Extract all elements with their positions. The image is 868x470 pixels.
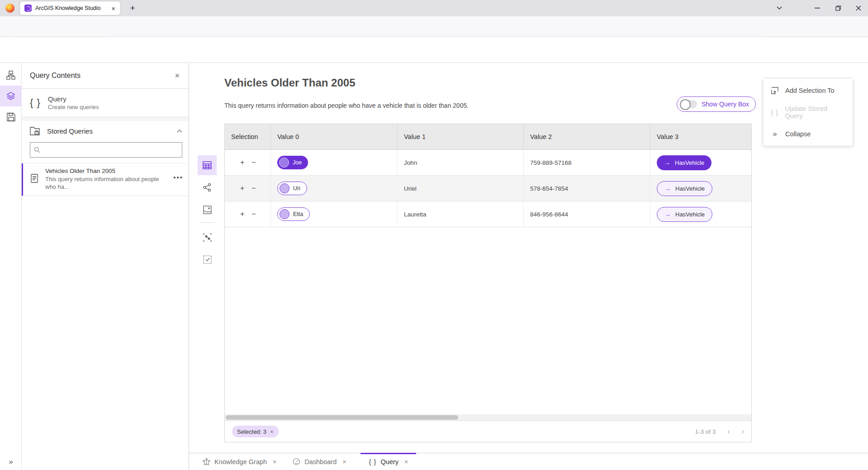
table-row[interactable]: + − Uri Uriel 578-654-7854 →HasVehicle [225, 176, 751, 201]
next-page-icon[interactable]: › [742, 427, 744, 436]
new-tab-button[interactable]: + [127, 2, 138, 14]
browser-tabstrip: ArcGIS Knowledge Studio × + [0, 0, 868, 16]
search-input[interactable] [44, 147, 178, 153]
query-create-item[interactable]: { } Query Create new queries [22, 89, 189, 117]
entity-chip[interactable]: Joe [277, 156, 308, 169]
entity-chip[interactable]: Etta [277, 207, 310, 221]
browser-tab-title: ArcGIS Knowledge Studio [35, 5, 110, 11]
pagination: 1-3 of 3 ‹ › [695, 427, 744, 436]
stored-queries-header[interactable]: Stored Queries [22, 120, 189, 141]
context-menu: Add Selection To { } Update Stored Query… [764, 79, 853, 146]
cell-value2[interactable]: 846-956-8644 [524, 201, 650, 227]
selection-tools-button[interactable] [198, 249, 217, 269]
remove-from-selection-button[interactable]: − [251, 159, 256, 166]
menu-item-update-stored-query[interactable]: { } Update Stored Query [764, 101, 853, 123]
stored-query-search[interactable] [30, 142, 182, 158]
workspace: » Query Contents × { } Query Create new … [0, 63, 868, 470]
table-row[interactable]: + − Etta Lauretta 846-956-8644 →HasVehic… [225, 201, 751, 227]
expand-rail-icon[interactable]: » [0, 457, 22, 466]
column-header[interactable]: Value 2 [524, 124, 650, 149]
show-query-box-toggle[interactable]: Show Query Box [677, 96, 756, 112]
cell-value2[interactable]: 578-654-7854 [524, 176, 650, 201]
tab-dashboard[interactable]: Dashboard × [285, 453, 354, 470]
relationship-chip[interactable]: →HasVehicle [657, 181, 712, 196]
table-empty-area [225, 227, 751, 414]
toolbar-divider [199, 222, 215, 223]
relationship-chip[interactable]: →HasVehicle [657, 207, 712, 222]
stored-query-description: This query returns information about peo… [45, 176, 159, 191]
selected-count-chip[interactable]: Selected: 3× [232, 426, 279, 437]
data-model-rail-button[interactable] [0, 65, 22, 86]
window-close-button[interactable] [849, 0, 868, 16]
menu-item-add-selection-to[interactable]: Add Selection To [764, 80, 853, 101]
section-gap [22, 117, 189, 120]
tab-close-icon[interactable]: × [110, 5, 117, 12]
stored-query-item[interactable]: Vehicles Older Than 2005 This query retu… [22, 163, 189, 196]
query-item-subtitle: Create new queries [48, 104, 99, 110]
entity-chip[interactable]: Uri [277, 182, 307, 195]
panel-title: Query Contents [30, 72, 172, 80]
tab-close-icon[interactable]: × [404, 458, 408, 465]
layers-rail-button[interactable] [0, 86, 22, 106]
page-title: Vehicles Older Than 2005 [224, 77, 355, 89]
page-range: 1-3 of 3 [695, 428, 716, 435]
page-description: This query returns information about peo… [224, 102, 469, 109]
prev-page-icon[interactable]: ‹ [727, 427, 730, 436]
entity-dot-icon [280, 209, 289, 219]
panel-close-icon[interactable]: × [172, 70, 182, 82]
query-results-table: Selection Value 0 Value 1 Value 2 Value … [224, 124, 752, 442]
browser-tab[interactable]: ArcGIS Knowledge Studio × [20, 1, 120, 15]
tab-close-icon[interactable]: × [342, 458, 346, 465]
knowledge-graph-icon [203, 458, 210, 465]
add-to-selection-button[interactable]: + [240, 159, 244, 166]
stored-query-title: Vehicles Older Than 2005 [45, 168, 159, 174]
view-tab-bar: Knowledge Graph × Dashboard × { } Query … [189, 453, 868, 470]
entity-dot-icon [279, 158, 289, 168]
clear-selection-icon[interactable]: × [270, 428, 274, 435]
column-header[interactable]: Selection [225, 124, 271, 149]
list-tabs-icon[interactable] [770, 0, 789, 16]
arrow-right-icon: → [664, 211, 671, 218]
table-row[interactable]: + − Joe John 759-889-57168 →HasVehicle [225, 150, 751, 176]
toggle-switch[interactable] [681, 100, 697, 108]
item-options-icon[interactable]: ••• [173, 173, 183, 181]
tab-query[interactable]: { } Query × [360, 453, 416, 470]
browser-navbar: ← → ↻ https://dev0028833.esri.com/portal… [0, 16, 868, 37]
dashboard-gauge-icon [293, 458, 300, 465]
column-header[interactable]: Value 3 [650, 124, 751, 149]
tab-knowledge-graph[interactable]: Knowledge Graph × [194, 453, 285, 470]
chevron-up-icon[interactable] [177, 129, 182, 133]
remove-from-selection-button[interactable]: − [251, 185, 256, 192]
table-view-button[interactable] [198, 155, 217, 175]
menu-item-collapse[interactable]: » Collapse [764, 123, 853, 145]
firefox-icon[interactable] [5, 4, 14, 13]
search-icon [34, 147, 40, 153]
horizontal-scrollbar[interactable] [225, 414, 751, 421]
scrollbar-thumb[interactable] [226, 415, 458, 420]
add-to-map-button[interactable] [198, 200, 217, 220]
cell-value1[interactable]: John [398, 150, 524, 175]
query-item-title: Query [48, 95, 99, 103]
braces-icon: { } [369, 458, 376, 465]
relationship-chip[interactable]: →HasVehicle [657, 155, 711, 170]
link-chart-view-button[interactable] [198, 177, 217, 197]
entity-dot-icon [280, 183, 289, 193]
cell-value1[interactable]: Uriel [398, 176, 524, 201]
column-header[interactable]: Value 0 [271, 124, 398, 149]
app-header: Certification Project ? PL publisher2 la… [0, 37, 868, 63]
cell-value1[interactable]: Lauretta [398, 201, 524, 227]
add-to-selection-button[interactable]: + [240, 211, 244, 218]
tab-close-icon[interactable]: × [273, 458, 276, 465]
cell-value2[interactable]: 759-889-57168 [524, 150, 650, 175]
save-rail-button[interactable] [0, 106, 22, 127]
window-restore-button[interactable] [829, 0, 848, 16]
add-to-link-chart-button[interactable] [198, 227, 217, 247]
remove-from-selection-button[interactable]: − [251, 211, 256, 218]
column-header[interactable]: Value 1 [398, 124, 524, 149]
add-to-selection-button[interactable]: + [240, 185, 244, 192]
document-icon [30, 174, 40, 191]
table-header-row: Selection Value 0 Value 1 Value 2 Value … [225, 124, 751, 150]
main-content: Vehicles Older Than 2005 This query retu… [189, 63, 868, 453]
result-view-toolbar [198, 155, 217, 272]
window-minimize-button[interactable] [808, 0, 827, 16]
